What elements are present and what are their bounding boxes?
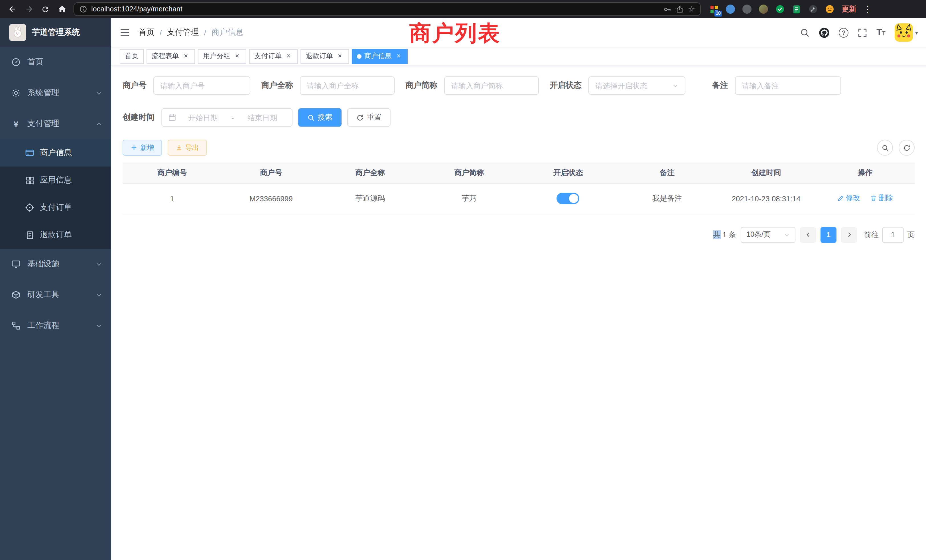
close-tab-icon[interactable]: × (395, 52, 402, 60)
merchant-no-input[interactable] (160, 81, 244, 90)
close-tab-icon[interactable]: × (182, 52, 190, 60)
navbar: 首页 / 支付管理 / 商户信息 ? (111, 18, 926, 47)
chevron-up-icon (96, 121, 102, 127)
full-name-input[interactable] (307, 81, 388, 90)
back-icon[interactable] (5, 2, 20, 17)
sidebar-item-workflow[interactable]: 工作流程 (0, 310, 111, 341)
help-icon[interactable]: ? (839, 28, 849, 37)
sidebar-item-merchant-info[interactable]: 商户信息 (0, 139, 111, 166)
start-date-input[interactable] (180, 113, 226, 122)
bookmark-star-icon[interactable]: ☆ (688, 5, 695, 14)
tab-user-group[interactable]: 用户分组 × (198, 49, 246, 64)
field-label: 商户号 (123, 80, 153, 91)
chevron-down-icon (96, 322, 102, 329)
sidebar-item-infrastructure[interactable]: 基础设施 (0, 249, 111, 279)
extension-avatar-icon[interactable] (757, 3, 770, 15)
page-size-select[interactable]: 10条/页 (741, 227, 796, 243)
field-label: 创建时间 (123, 112, 161, 123)
filter-create-time: 创建时间 - (123, 108, 292, 127)
end-date-input[interactable] (239, 113, 286, 122)
goto-page: 前往 页 (864, 227, 915, 243)
extension-grid-icon[interactable]: 10 (708, 3, 720, 15)
search-button[interactable]: 搜索 (298, 108, 342, 127)
status-select-value (595, 81, 669, 90)
extension-gray-icon[interactable] (741, 3, 753, 15)
site-info-icon[interactable] (79, 5, 87, 13)
table-header-row: 商户编号 商户号 商户全称 商户简称 开启状态 备注 创建时间 操作 (123, 162, 915, 183)
page-1-button[interactable]: 1 (820, 227, 837, 243)
app-logo[interactable]: 芋道管理系统 (0, 18, 111, 47)
address-bar[interactable]: localhost:1024/pay/merchant ☆ (74, 2, 701, 16)
document-icon (25, 230, 34, 239)
close-tab-icon[interactable]: × (336, 52, 344, 60)
goto-page-input[interactable] (882, 227, 904, 243)
logo-rabbit-icon (9, 24, 26, 41)
browser-update-button[interactable]: 更新 (841, 4, 856, 14)
edit-pencil-icon (837, 195, 844, 202)
status-toggle[interactable] (557, 193, 580, 204)
sidebar-item-payment[interactable]: ¥ 支付管理 (0, 108, 111, 139)
browser-toolbar: localhost:1024/pay/merchant ☆ 10 (0, 0, 926, 18)
short-name-input[interactable] (451, 81, 532, 90)
tab-merchant-info[interactable]: 商户信息 × (352, 49, 408, 64)
tab-home[interactable]: 首页 (120, 49, 144, 64)
add-button[interactable]: 新增 (123, 140, 162, 156)
sidebar-item-label: 应用信息 (40, 175, 72, 185)
main-area: 首页 / 支付管理 / 商户信息 ? (111, 18, 926, 560)
cell-created-at: 2021-10-23 08:31:14 (717, 183, 816, 214)
reload-icon[interactable] (38, 2, 53, 17)
filter-status: 开启状态 (550, 76, 685, 95)
font-size-icon[interactable]: TT (876, 27, 885, 38)
extension-docs-icon[interactable] (790, 3, 803, 15)
password-key-icon[interactable] (663, 5, 672, 14)
tab-label: 流程表单 (152, 51, 179, 61)
col-full-name: 商户全称 (321, 162, 420, 183)
breadcrumb-home[interactable]: 首页 (139, 27, 154, 38)
share-icon[interactable] (676, 5, 684, 13)
breadcrumb-payment[interactable]: 支付管理 (167, 27, 199, 38)
sidebar-item-home[interactable]: 首页 (0, 47, 111, 77)
field-label: 开启状态 (550, 80, 589, 91)
prev-page-button[interactable] (800, 227, 816, 243)
close-tab-icon[interactable]: × (284, 52, 292, 60)
breadcrumb-separator: / (204, 28, 206, 37)
gear-icon (11, 88, 21, 97)
extension-green-check-icon[interactable] (774, 3, 786, 15)
sidebar-item-devtools[interactable]: 研发工具 (0, 279, 111, 310)
extension-pin-icon[interactable] (807, 3, 819, 15)
tab-refund-order[interactable]: 退款订单 × (301, 49, 349, 64)
export-button[interactable]: 导出 (168, 140, 207, 156)
close-tab-icon[interactable]: × (233, 52, 241, 60)
date-range-picker[interactable]: - (161, 108, 292, 127)
forward-icon[interactable] (21, 2, 36, 17)
tab-pay-order[interactable]: 支付订单 × (249, 49, 298, 64)
hamburger-icon[interactable] (111, 27, 139, 38)
fullscreen-icon[interactable] (858, 28, 867, 37)
cell-short-name: 芋艿 (420, 183, 519, 214)
sidebar-item-app-info[interactable]: 应用信息 (0, 166, 111, 194)
refresh-table-button[interactable] (899, 140, 915, 156)
filter-row-1: 商户号 商户全称 商户简称 (123, 76, 915, 95)
tab-label: 首页 (125, 51, 139, 61)
reset-button[interactable]: 重置 (347, 108, 390, 127)
user-menu[interactable]: ▾ (895, 23, 918, 42)
sidebar-item-refund-order[interactable]: 退款订单 (0, 221, 111, 249)
toggle-search-button[interactable] (877, 140, 893, 156)
extension-blue-icon[interactable] (724, 3, 737, 15)
chevron-down-icon (96, 90, 102, 96)
extension-emoji-icon[interactable] (823, 3, 836, 15)
browser-menu-icon[interactable]: ⋮ (861, 4, 874, 14)
search-icon[interactable] (800, 28, 809, 37)
next-page-button[interactable] (841, 227, 857, 243)
home-icon[interactable] (54, 2, 70, 17)
delete-link[interactable]: 删除 (870, 194, 893, 203)
tab-process-form[interactable]: 流程表单 × (147, 49, 195, 64)
sidebar-item-label: 工作流程 (27, 321, 59, 331)
sidebar-item-label: 基础设施 (27, 259, 59, 269)
edit-link[interactable]: 修改 (837, 194, 860, 203)
sidebar-item-pay-order[interactable]: 支付订单 (0, 194, 111, 221)
sidebar-item-system[interactable]: 系统管理 (0, 77, 111, 108)
remark-input[interactable] (742, 81, 834, 90)
github-icon[interactable] (819, 27, 830, 38)
status-select[interactable] (589, 76, 685, 95)
